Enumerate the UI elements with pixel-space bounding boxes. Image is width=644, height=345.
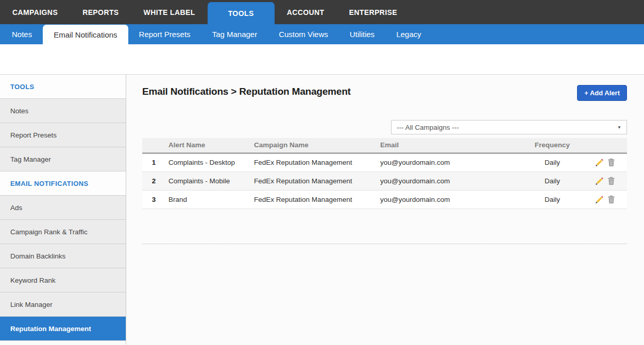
topnav-white-label[interactable]: WHITE LABEL (131, 0, 208, 24)
frequency-cell: Daily (521, 171, 583, 190)
subnav-notes[interactable]: Notes (1, 24, 43, 44)
row-number: 1 (142, 153, 165, 171)
row-number: 3 (142, 190, 165, 209)
frequency-cell: Daily (521, 190, 583, 209)
email-cell: you@yourdomain.com (377, 171, 521, 190)
sidebar-header-email-notifications: EMAIL NOTIFICATIONS (0, 171, 126, 196)
edit-icon[interactable] (595, 177, 604, 185)
table-row: 3 Brand FedEx Reputation Management you@… (142, 190, 627, 209)
edit-icon[interactable] (595, 158, 604, 167)
sidebar-item-link-manager[interactable]: Link Manager (0, 292, 126, 317)
row-number: 2 (142, 171, 165, 190)
alert-name-cell: Brand (165, 190, 251, 209)
delete-icon[interactable] (607, 195, 616, 204)
topnav-enterprise[interactable]: ENTERPRISE (336, 0, 409, 24)
content-area: TOOLS Notes Report Presets Tag Manager E… (0, 75, 644, 344)
page-title: Email Notifications > Reputation Managem… (142, 85, 351, 97)
col-campaign-name: Campaign Name (251, 138, 377, 153)
topnav-reports[interactable]: REPORTS (70, 0, 131, 24)
sidebar-item-domain-backlinks[interactable]: Domain Backlinks (0, 244, 126, 268)
top-navigation: CAMPAIGNS REPORTS WHITE LABEL TOOLS ACCO… (0, 0, 644, 24)
sidebar-header-tools: TOOLS (0, 75, 126, 99)
sidebar-item-tag-manager[interactable]: Tag Manager (0, 147, 126, 171)
subnav-email-notifications[interactable]: Email Notifications (43, 25, 128, 44)
delete-icon[interactable] (607, 158, 616, 167)
campaign-name-cell: FedEx Reputation Management (251, 171, 377, 190)
campaign-name-cell: FedEx Reputation Management (251, 153, 377, 171)
sidebar-item-reputation-management[interactable]: Reputation Management (0, 317, 126, 341)
topnav-account[interactable]: ACCOUNT (275, 0, 337, 24)
edit-icon[interactable] (595, 195, 604, 204)
col-alert-name: Alert Name (165, 138, 251, 153)
sidebar-item-keyword-rank[interactable]: Keyword Rank (0, 268, 126, 292)
sidebar-item-ads[interactable]: Ads (0, 196, 126, 220)
col-actions (583, 138, 627, 153)
campaign-filter-value: --- All Campaigns --- (397, 124, 459, 131)
frequency-cell: Daily (521, 153, 583, 171)
section-divider (142, 244, 627, 244)
tools-sub-navigation: Notes Email Notifications Report Presets… (0, 24, 644, 44)
alert-name-cell: Complaints - Desktop (165, 153, 251, 171)
subnav-custom-views[interactable]: Custom Views (268, 24, 339, 44)
table-row: 1 Complaints - Desktop FedEx Reputation … (142, 153, 627, 171)
sidebar-item-campaign-rank-traffic[interactable]: Campaign Rank & Traffic (0, 220, 126, 244)
table-row: 2 Complaints - Mobile FedEx Reputation M… (142, 171, 627, 190)
table-header-row: Alert Name Campaign Name Email Frequency (142, 138, 627, 153)
alert-name-cell: Complaints - Mobile (165, 171, 251, 190)
subnav-tag-manager[interactable]: Tag Manager (201, 24, 268, 44)
col-number (142, 138, 165, 153)
email-cell: you@yourdomain.com (377, 153, 521, 171)
row-actions (583, 190, 627, 209)
col-email: Email (377, 138, 521, 153)
header-spacer-band (0, 44, 644, 75)
campaign-filter-select[interactable]: --- All Campaigns --- ▼ (391, 120, 627, 134)
row-actions (583, 153, 627, 171)
add-alert-button[interactable]: + Add Alert (577, 85, 627, 101)
subnav-report-presets[interactable]: Report Presets (128, 24, 201, 44)
sidebar-item-notes[interactable]: Notes (0, 99, 126, 123)
alerts-table: Alert Name Campaign Name Email Frequency… (142, 138, 627, 209)
sidebar-item-report-presets[interactable]: Report Presets (0, 123, 126, 147)
subnav-utilities[interactable]: Utilities (339, 24, 385, 44)
subnav-legacy[interactable]: Legacy (385, 24, 432, 44)
sidebar: TOOLS Notes Report Presets Tag Manager E… (0, 75, 126, 344)
delete-icon[interactable] (607, 177, 616, 185)
topnav-campaigns[interactable]: CAMPAIGNS (0, 0, 70, 24)
email-cell: you@yourdomain.com (377, 190, 521, 209)
campaign-name-cell: FedEx Reputation Management (251, 190, 377, 209)
chevron-down-icon: ▼ (617, 125, 621, 130)
main-panel: Email Notifications > Reputation Managem… (126, 75, 644, 344)
row-actions (583, 171, 627, 190)
col-frequency: Frequency (521, 138, 583, 153)
topnav-tools[interactable]: TOOLS (208, 2, 275, 24)
